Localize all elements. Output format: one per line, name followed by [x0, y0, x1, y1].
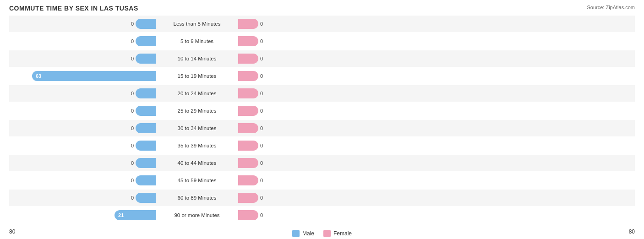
female-zero-value: 0: [260, 73, 263, 79]
bar-row: 025 to 29 Minutes0: [9, 103, 635, 119]
legend-female-label: Female: [333, 230, 352, 237]
male-value: 63: [32, 73, 41, 79]
bar-row: 030 to 34 Minutes0: [9, 120, 635, 136]
bar-row: 0Less than 5 Minutes0: [9, 16, 635, 32]
female-zero-value: 0: [260, 125, 263, 131]
axis-right: 80: [629, 228, 635, 235]
male-zero-value: 0: [131, 91, 134, 96]
bar-row: 045 to 59 Minutes0: [9, 172, 635, 189]
male-zero-pill: [136, 54, 156, 64]
female-zero-pill: [238, 193, 258, 203]
male-zero-pill: [136, 106, 156, 116]
female-zero-value: 0: [260, 108, 263, 114]
legend-male-label: Male: [302, 230, 314, 237]
female-zero-pill: [238, 36, 258, 46]
bar-row: 6315 to 19 Minutes0: [9, 68, 635, 84]
male-zero-pill: [136, 36, 156, 46]
male-zero-pill: [136, 123, 156, 133]
legend: Male Female: [292, 230, 352, 237]
bar-label: 20 to 24 Minutes: [156, 91, 238, 96]
male-zero-pill: [136, 175, 156, 185]
bar-label: 35 to 39 Minutes: [156, 143, 238, 148]
male-zero-value: 0: [131, 143, 134, 148]
male-value: 21: [115, 212, 124, 218]
legend-female: Female: [323, 230, 352, 237]
female-zero-pill: [238, 54, 258, 64]
chart-area: 0Less than 5 Minutes005 to 9 Minutes0010…: [9, 16, 635, 223]
bar-label: 25 to 29 Minutes: [156, 108, 238, 114]
bar-label: 90 or more Minutes: [156, 212, 238, 218]
female-zero-pill: [238, 123, 258, 133]
bar-row: 2190 or more Minutes0: [9, 207, 635, 223]
female-zero-value: 0: [260, 212, 263, 218]
male-bar: 63: [32, 71, 156, 81]
male-zero-value: 0: [131, 160, 134, 166]
bar-label: 45 to 59 Minutes: [156, 178, 238, 183]
axis-left: 80: [9, 228, 15, 235]
chart-title: COMMUTE TIME BY SEX IN LAS TUSAS: [9, 5, 635, 12]
axis-row: 80 Male Female 80: [9, 224, 635, 239]
bar-row: 020 to 24 Minutes0: [9, 85, 635, 102]
female-zero-pill: [238, 88, 258, 98]
female-zero-value: 0: [260, 143, 263, 148]
bar-label: 30 to 34 Minutes: [156, 125, 238, 131]
male-zero-value: 0: [131, 108, 134, 114]
bar-label: 5 to 9 Minutes: [156, 38, 238, 44]
chart-container: COMMUTE TIME BY SEX IN LAS TUSAS Source:…: [0, 0, 644, 239]
female-zero-pill: [238, 106, 258, 116]
female-zero-pill: [238, 158, 258, 168]
bar-row: 035 to 39 Minutes0: [9, 137, 635, 154]
bar-row: 010 to 14 Minutes0: [9, 50, 635, 67]
female-zero-pill: [238, 210, 258, 220]
female-zero-pill: [238, 141, 258, 151]
male-zero-value: 0: [131, 195, 134, 201]
female-zero-pill: [238, 175, 258, 185]
bar-row: 060 to 89 Minutes0: [9, 190, 635, 206]
male-zero-pill: [136, 193, 156, 203]
bar-label: 60 to 89 Minutes: [156, 195, 238, 201]
female-zero-pill: [238, 71, 258, 81]
male-zero-value: 0: [131, 38, 134, 44]
bar-label: 10 to 14 Minutes: [156, 56, 238, 61]
female-zero-pill: [238, 19, 258, 29]
legend-male: Male: [292, 230, 314, 237]
bar-label: Less than 5 Minutes: [156, 21, 238, 27]
legend-male-box: [292, 230, 300, 237]
male-zero-value: 0: [131, 21, 134, 27]
legend-female-box: [323, 230, 331, 237]
female-zero-value: 0: [260, 195, 263, 201]
male-zero-pill: [136, 19, 156, 29]
male-zero-pill: [136, 158, 156, 168]
male-zero-pill: [136, 141, 156, 151]
male-zero-pill: [136, 88, 156, 98]
female-zero-value: 0: [260, 21, 263, 27]
bar-row: 05 to 9 Minutes0: [9, 33, 635, 49]
male-zero-value: 0: [131, 178, 134, 183]
female-zero-value: 0: [260, 38, 263, 44]
male-zero-value: 0: [131, 125, 134, 131]
male-bar: 21: [115, 210, 156, 220]
female-zero-value: 0: [260, 160, 263, 166]
source-label: Source: ZipAtlas.com: [587, 5, 635, 10]
female-zero-value: 0: [260, 56, 263, 61]
male-zero-value: 0: [131, 56, 134, 61]
bar-label: 15 to 19 Minutes: [156, 73, 238, 79]
female-zero-value: 0: [260, 178, 263, 183]
female-zero-value: 0: [260, 91, 263, 96]
bar-label: 40 to 44 Minutes: [156, 160, 238, 166]
bar-row: 040 to 44 Minutes0: [9, 155, 635, 171]
